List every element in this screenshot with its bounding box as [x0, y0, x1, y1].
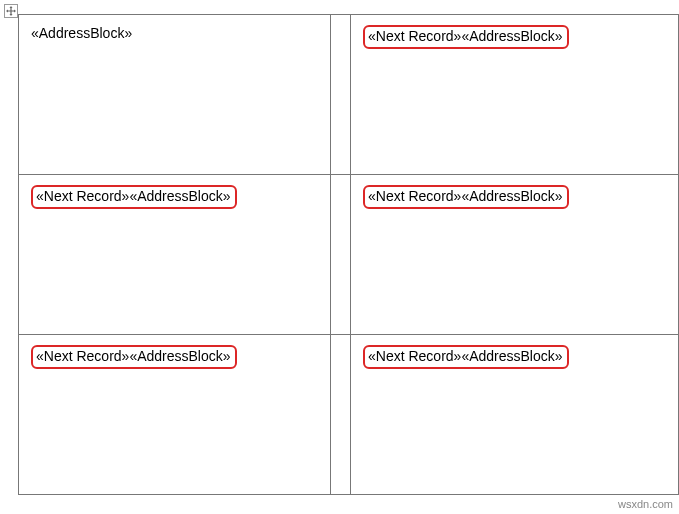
highlight-box: «Next Record»«AddressBlock» — [363, 25, 569, 49]
gutter-cell — [331, 175, 351, 335]
label-cell[interactable]: «Next Record»«AddressBlock» — [19, 335, 331, 495]
highlight-box: «Next Record»«AddressBlock» — [363, 345, 569, 369]
highlight-box: «Next Record»«AddressBlock» — [31, 345, 237, 369]
watermark-text: wsxdn.com — [618, 498, 673, 510]
merge-field[interactable]: «Next Record»«AddressBlock» — [368, 28, 563, 44]
table-row: «AddressBlock» «Next Record»«AddressBloc… — [19, 15, 679, 175]
gutter-cell — [331, 335, 351, 495]
merge-field[interactable]: «Next Record»«AddressBlock» — [368, 188, 563, 204]
merge-field[interactable]: «Next Record»«AddressBlock» — [36, 188, 231, 204]
label-cell[interactable]: «Next Record»«AddressBlock» — [351, 175, 679, 335]
label-cell[interactable]: «Next Record»«AddressBlock» — [351, 335, 679, 495]
table-row: «Next Record»«AddressBlock» «Next Record… — [19, 335, 679, 495]
label-cell[interactable]: «Next Record»«AddressBlock» — [351, 15, 679, 175]
highlight-box: «Next Record»«AddressBlock» — [31, 185, 237, 209]
mail-merge-label-table: «AddressBlock» «Next Record»«AddressBloc… — [18, 14, 679, 495]
move-icon — [6, 6, 16, 16]
merge-field[interactable]: «Next Record»«AddressBlock» — [36, 348, 231, 364]
gutter-cell — [331, 15, 351, 175]
table-row: «Next Record»«AddressBlock» «Next Record… — [19, 175, 679, 335]
merge-field[interactable]: «Next Record»«AddressBlock» — [368, 348, 563, 364]
highlight-box: «Next Record»«AddressBlock» — [363, 185, 569, 209]
merge-field[interactable]: «AddressBlock» — [31, 25, 132, 41]
table-move-handle[interactable] — [4, 4, 18, 18]
label-cell[interactable]: «AddressBlock» — [19, 15, 331, 175]
label-cell[interactable]: «Next Record»«AddressBlock» — [19, 175, 331, 335]
